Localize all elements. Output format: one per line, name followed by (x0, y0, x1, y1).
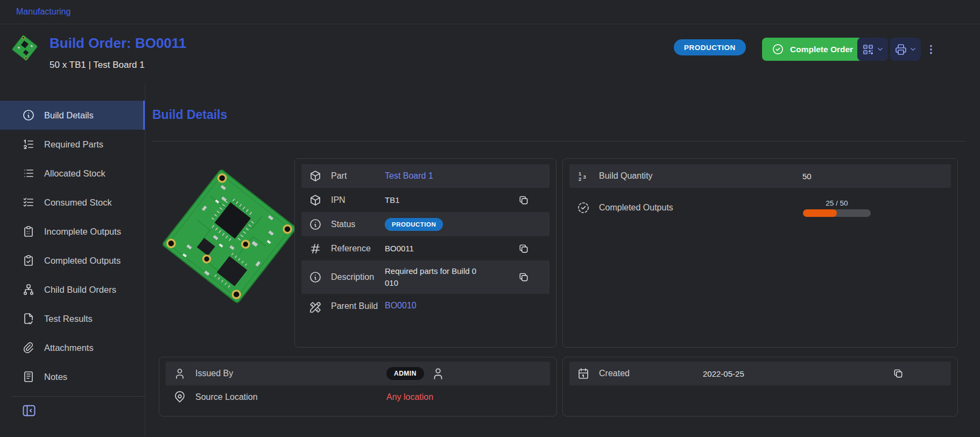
row-label: Completed Outputs (599, 202, 802, 213)
page-header: Build Order: BO0011 50 x TB1 | Test Boar… (0, 24, 980, 83)
row-label: Description (331, 272, 385, 283)
status-badge: PRODUCTION (385, 218, 443, 231)
circle-check-icon (772, 43, 784, 55)
row-label: Source Location (195, 392, 386, 403)
parent-build-link[interactable]: BO0010 (385, 301, 417, 311)
sidebar-item-label: Child Build Orders (44, 285, 116, 295)
qrcode-icon (862, 43, 875, 56)
hash-icon (309, 242, 322, 255)
file-check-icon (22, 312, 35, 325)
row-label: Reference (331, 243, 385, 254)
panel-title: Build Details (152, 108, 227, 122)
part-link[interactable]: Test Board 1 (385, 171, 433, 181)
sidebar-item-incomplete-outputs[interactable]: Incomplete Outputs (0, 217, 145, 246)
sidebar-collapse-button[interactable] (22, 403, 37, 418)
row-label: Status (331, 219, 385, 230)
row-label: Created (599, 368, 703, 379)
copy-button[interactable] (518, 272, 529, 283)
box-icon (309, 194, 322, 207)
user-icon (173, 367, 186, 380)
sidebar-item-required-parts[interactable]: Required Parts (0, 130, 145, 159)
chevron-down-icon (909, 45, 917, 53)
sidebar-item-allocated-stock[interactable]: Allocated Stock (0, 159, 145, 188)
sidebar-collapse-icon (22, 403, 37, 418)
completed-outputs-progress-fill (803, 209, 837, 217)
issue-table: Issued By ADMIN Source Location Any loca… (159, 357, 557, 417)
clipboard-check-icon (22, 254, 35, 267)
copy-button[interactable] (518, 243, 529, 254)
sidebar-item-child-build-orders[interactable]: Child Build Orders (0, 275, 145, 304)
copy-button[interactable] (518, 195, 529, 206)
printer-icon (894, 43, 907, 56)
progress-bar (803, 209, 871, 217)
created-table: Created 2022-05-25 (562, 357, 958, 417)
build-order-page: { "colors": { "page-bg": "#242529", "acc… (0, 0, 980, 437)
source-location-value: Any location (386, 392, 433, 402)
row-label: Issued By (195, 368, 386, 379)
sidebar-item-notes[interactable]: Notes (0, 362, 145, 391)
clipboard-list-icon (22, 225, 35, 238)
sidebar: Build Details Required Parts Allocated S… (0, 83, 145, 437)
sidebar-item-test-results[interactable]: Test Results (0, 304, 145, 333)
table-row-build-quantity: 123 Build Quantity 50 (569, 164, 951, 188)
sidebar-item-completed-outputs[interactable]: Completed Outputs (0, 246, 145, 275)
svg-text:3: 3 (583, 174, 586, 180)
sidebar-item-label: Completed Outputs (44, 256, 121, 266)
created-value: 2022-05-25 (703, 369, 744, 378)
build-quantity-value: 50 (802, 172, 812, 181)
table-row-source-location: Source Location Any location (166, 385, 550, 409)
table-row-ipn: IPN TB1 (301, 188, 549, 212)
completed-outputs-progress: 25 / 50 (802, 199, 871, 217)
table-row-reference: Reference BO0011 (301, 236, 549, 260)
box-icon (309, 170, 322, 182)
copy-button[interactable] (893, 368, 904, 379)
status-badge: PRODUCTION (674, 39, 746, 55)
list-check-icon (22, 196, 35, 209)
row-label: Part (331, 171, 385, 181)
breadcrumb-link-manufacturing[interactable]: Manufacturing (16, 7, 70, 17)
sidebar-item-label: Allocated Stock (44, 168, 105, 179)
info-circle-icon (309, 218, 322, 231)
issued-by-badge: ADMIN (386, 367, 424, 380)
sidebar-divider (12, 396, 145, 397)
table-row-issued-by: Issued By ADMIN (166, 362, 550, 385)
sidebar-item-label: Attachments (44, 343, 94, 353)
page-title: Build Order: BO0011 (50, 35, 186, 52)
page-subtitle: 50 x TB1 | Test Board 1 (50, 60, 145, 71)
panel-title-divider (152, 141, 966, 142)
row-label: IPN (331, 195, 385, 206)
map-pin-icon (173, 391, 186, 404)
part-thumbnail-image[interactable] (11, 33, 39, 63)
table-row-created: Created 2022-05-25 (569, 362, 951, 385)
user-icon (431, 366, 445, 380)
copy-icon (893, 368, 904, 379)
dots-vertical-icon (925, 44, 937, 55)
numbers-123-icon: 123 (577, 170, 590, 182)
row-label: Parent Build (331, 301, 385, 312)
copy-icon (518, 243, 529, 254)
sidebar-item-attachments[interactable]: Attachments (0, 333, 145, 362)
part-image[interactable] (157, 157, 302, 316)
build-details-table: Part Test Board 1 IPN TB1 Status PRODUCT… (294, 158, 556, 348)
table-row-description: Description Required parts for Build 001… (301, 260, 549, 294)
print-actions-button[interactable] (890, 38, 921, 61)
list-icon (22, 167, 35, 180)
sidebar-item-label: Required Parts (44, 139, 103, 150)
sidebar-item-build-details[interactable]: Build Details (0, 101, 145, 130)
chevron-down-icon (876, 45, 884, 53)
sidebar-item-label: Incomplete Outputs (44, 227, 121, 237)
more-actions-button[interactable] (921, 41, 941, 58)
paperclip-icon (22, 341, 35, 354)
progress-label: 25 / 50 (826, 199, 848, 207)
list-numbers-icon (22, 138, 35, 151)
calendar-icon (577, 367, 590, 380)
sidebar-item-consumed-stock[interactable]: Consumed Stock (0, 188, 145, 217)
complete-order-button[interactable]: Complete Order (762, 38, 863, 61)
table-row-completed-outputs: Completed Outputs 25 / 50 (569, 188, 951, 228)
sidebar-item-label: Test Results (44, 314, 93, 324)
row-label: Build Quantity (599, 171, 802, 181)
sidebar-item-label: Consumed Stock (44, 198, 112, 208)
sidebar-item-label: Build Details (44, 110, 94, 121)
qr-actions-button[interactable] (857, 38, 888, 61)
table-row-parent-build: Parent Build BO0010 (301, 294, 549, 343)
